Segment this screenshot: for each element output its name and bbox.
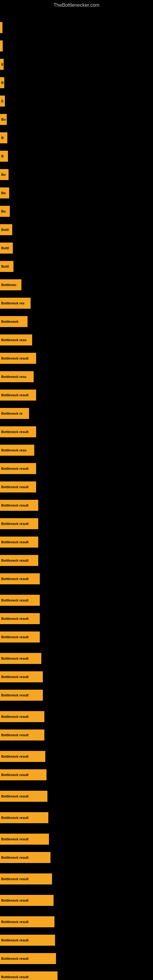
bottleneck-bar: Bottleneck result xyxy=(0,573,40,584)
bar-row: Bottleneck result xyxy=(0,349,153,368)
bar-row: Bottleneck result xyxy=(0,496,153,514)
bar-row: Bottleneck result xyxy=(0,478,153,496)
bar-label: Bottleneck result xyxy=(1,794,29,798)
bar-label: Bottleneck resu xyxy=(1,375,27,379)
bottleneck-bar: Bottleneck result xyxy=(0,481,36,492)
bottleneck-bar: Bottleneck re xyxy=(0,408,29,419)
bar-label: B xyxy=(1,81,4,84)
bar-row: Bottl xyxy=(0,221,153,239)
bar-row: Bottleneck result xyxy=(0,514,153,533)
bottleneck-bar: Bottleneck result xyxy=(0,353,36,364)
bar-label: Bottleneck result xyxy=(1,899,29,902)
bar-label: Bottleneck xyxy=(1,320,18,323)
bar-row: Bottleneck result xyxy=(0,766,153,784)
bar-row: Bottleneck result xyxy=(0,848,153,867)
bottleneck-bar: Bottleneck result xyxy=(0,730,45,740)
bottleneck-bar: Bottleneck resu xyxy=(0,334,32,345)
bottleneck-bar: Bottleneck result xyxy=(0,555,38,566)
bar-row xyxy=(0,18,153,37)
bar-label: E xyxy=(1,99,3,103)
bar-row: Bottleneck result xyxy=(0,668,153,686)
bar-row: Bottleneck result xyxy=(0,570,153,588)
bar-label: Bottleneck res xyxy=(1,301,24,305)
bottleneck-bar: B xyxy=(0,151,8,162)
bar-label: Bottleneck result xyxy=(1,577,29,581)
bar-label: Bottleneck result xyxy=(1,635,29,639)
bar-label: Bottleneck resu xyxy=(1,338,27,342)
bar-row: E xyxy=(0,55,153,73)
bottleneck-bar: B xyxy=(0,77,4,88)
bottleneck-bar: Bottleneck result xyxy=(0,500,38,511)
bottleneck-bar: Bottleneck result xyxy=(0,690,43,701)
bar-row: Bottleneck resu xyxy=(0,331,153,349)
bottleneck-bar: Bottleneck result xyxy=(0,834,49,845)
bar-row: Bottleneck result xyxy=(0,913,153,931)
bar-label: Bottleneck result xyxy=(1,356,29,360)
bar-label: B xyxy=(1,136,4,140)
bar-row: Bottleneck result xyxy=(0,950,153,968)
bar-label: Bottleneck result xyxy=(1,598,29,602)
bottleneck-bar: Bottleneck result xyxy=(0,653,41,664)
bar-row: Bottleneck result xyxy=(0,726,153,744)
bar-row: Bottleneck result xyxy=(0,609,153,628)
bottleneck-bar: Bottleneck resu xyxy=(0,445,34,456)
bar-row: Bottleneck result xyxy=(0,386,153,404)
bottleneck-bar: Bottleneck resu xyxy=(0,371,33,382)
bar-label: Bottleneck result xyxy=(1,393,29,397)
bar-row: Bottleneck result xyxy=(0,533,153,551)
bar-row: Bottleneck result xyxy=(0,628,153,646)
bar-label: Bottleneck result xyxy=(1,773,29,776)
bottleneck-bar: Bottleneck result xyxy=(0,632,40,643)
bar-row: Bottleneck result xyxy=(0,931,153,950)
bottleneck-bar: Bottleneck result xyxy=(0,852,51,863)
bottleneck-bar: Bottleneck result xyxy=(0,463,36,474)
bar-row: Bottleneck res xyxy=(0,294,153,312)
bottleneck-bar: Bottleneck result xyxy=(0,390,36,401)
bar-label: E xyxy=(1,62,3,66)
bottleneck-bar: Bottleneck result xyxy=(0,791,48,802)
bar-label: Bottleneck result xyxy=(1,733,29,737)
bar-label: Bo xyxy=(1,118,6,121)
bar-label: Bottlenec xyxy=(1,283,16,286)
bar-label: Bottleneck result xyxy=(1,856,29,859)
bar-label: Bottl xyxy=(1,265,9,268)
bar-label: Bottleneck result xyxy=(1,939,29,942)
bar-label: Bottleneck resu xyxy=(1,449,27,452)
bar-row: Bottleneck result xyxy=(0,460,153,478)
bar-row: Bottleneck result xyxy=(0,830,153,848)
bar-label: Bottleneck result xyxy=(1,694,29,697)
bottleneck-bar: Bottleneck result xyxy=(0,711,45,722)
bottleneck-bar: Bottleneck result xyxy=(0,769,46,780)
bottleneck-bar: Bottleneck res xyxy=(0,298,30,309)
bar-label: Bottleneck result xyxy=(1,816,29,819)
bar-row: Bottleneck result xyxy=(0,423,153,441)
bottleneck-bar: E xyxy=(0,59,4,70)
bar-label: Bo xyxy=(1,191,6,195)
bottleneck-bar: B xyxy=(0,132,7,143)
bar-row: B xyxy=(0,73,153,92)
bottleneck-bar: E xyxy=(0,95,5,107)
bar-row: Bottleneck re xyxy=(0,404,153,423)
bar-row: Bottleneck result xyxy=(0,686,153,705)
bottleneck-bar: Bottl xyxy=(0,243,13,254)
bottleneck-bar: Bottl xyxy=(0,224,12,235)
bottleneck-bar: Bottleneck result xyxy=(0,971,57,980)
bottleneck-bar: Bottleneck result xyxy=(0,873,52,885)
bar-label: Bottl xyxy=(1,228,9,232)
bar-row: Bottl xyxy=(0,257,153,275)
bar-row: Bottleneck result xyxy=(0,591,153,609)
bottleneck-bar: Bottleneck result xyxy=(0,671,43,682)
bottleneck-bar xyxy=(0,40,3,51)
bar-label: Bottl xyxy=(1,246,9,250)
bar-label: Bo xyxy=(1,210,6,213)
bottleneck-bar: Bottleneck result xyxy=(0,812,48,823)
bar-row: Bottleneck result xyxy=(0,747,153,766)
bottleneck-bar: Bottleneck result xyxy=(0,518,38,529)
bottleneck-bar: Bottl xyxy=(0,261,13,272)
bar-label: Bottleneck result xyxy=(1,837,29,841)
bottleneck-bar: Bottlenec xyxy=(0,279,21,290)
bar-row: Bottleneck result xyxy=(0,870,153,888)
bar-label: Bottleneck result xyxy=(1,877,29,881)
bar-label: Bottleneck result xyxy=(1,755,29,758)
bottleneck-bar: Bottleneck result xyxy=(0,916,54,928)
